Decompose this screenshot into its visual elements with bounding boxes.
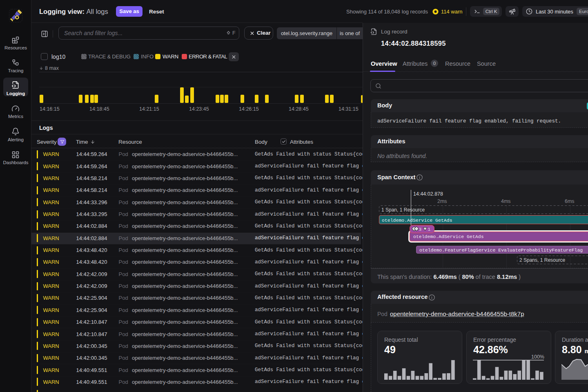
svg-text:1: 1: [428, 227, 431, 232]
svg-text:3: 3: [419, 227, 422, 232]
